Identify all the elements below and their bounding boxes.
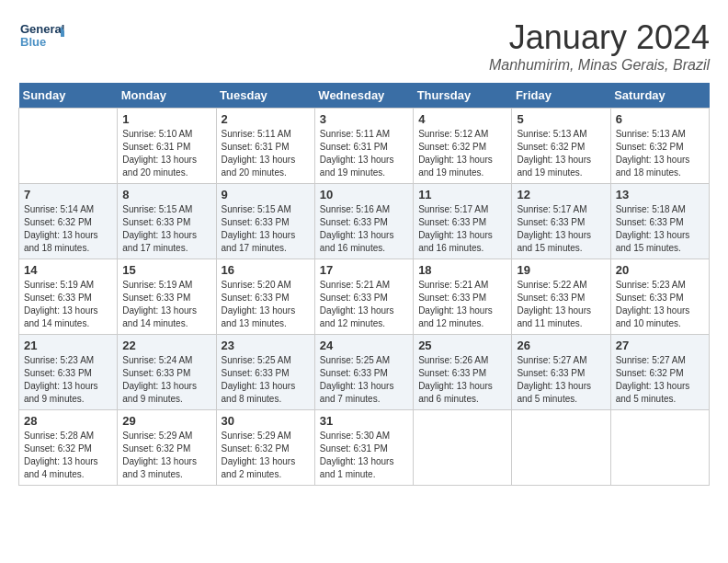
calendar-day-cell: 6Sunrise: 5:13 AM Sunset: 6:32 PM Daylig… <box>610 109 709 184</box>
day-info: Sunrise: 5:19 AM Sunset: 6:33 PM Dayligh… <box>24 279 112 330</box>
day-info: Sunrise: 5:28 AM Sunset: 6:32 PM Dayligh… <box>24 430 112 481</box>
svg-text:Blue: Blue <box>20 35 46 49</box>
day-info: Sunrise: 5:27 AM Sunset: 6:33 PM Dayligh… <box>517 354 605 406</box>
calendar-day-cell: 14Sunrise: 5:19 AM Sunset: 6:33 PM Dayli… <box>19 259 118 335</box>
day-number: 12 <box>517 188 605 201</box>
day-number: 9 <box>222 188 310 201</box>
day-number: 19 <box>517 263 605 277</box>
day-number: 11 <box>418 188 506 201</box>
calendar-day-cell: 1Sunrise: 5:10 AM Sunset: 6:31 PM Daylig… <box>118 109 216 184</box>
weekday-header: Saturday <box>610 83 709 109</box>
day-info: Sunrise: 5:17 AM Sunset: 6:33 PM Dayligh… <box>418 203 506 255</box>
day-number: 5 <box>517 112 605 126</box>
day-number: 29 <box>122 414 210 428</box>
calendar-day-cell: 12Sunrise: 5:17 AM Sunset: 6:33 PM Dayli… <box>512 184 610 259</box>
day-number: 14 <box>24 263 112 277</box>
weekday-header: Monday <box>118 83 216 109</box>
day-number: 31 <box>320 414 408 428</box>
calendar-day-cell: 17Sunrise: 5:21 AM Sunset: 6:33 PM Dayli… <box>314 259 413 335</box>
day-info: Sunrise: 5:25 AM Sunset: 6:33 PM Dayligh… <box>320 354 408 406</box>
day-number: 6 <box>616 112 704 126</box>
calendar-day-cell: 15Sunrise: 5:19 AM Sunset: 6:33 PM Dayli… <box>118 259 216 335</box>
calendar-day-cell <box>512 410 610 486</box>
weekday-header: Sunday <box>19 83 118 109</box>
day-info: Sunrise: 5:14 AM Sunset: 6:32 PM Dayligh… <box>24 203 112 255</box>
calendar-day-cell: 10Sunrise: 5:16 AM Sunset: 6:33 PM Dayli… <box>314 184 413 259</box>
day-info: Sunrise: 5:27 AM Sunset: 6:32 PM Dayligh… <box>616 354 704 406</box>
day-info: Sunrise: 5:23 AM Sunset: 6:33 PM Dayligh… <box>24 354 112 406</box>
day-info: Sunrise: 5:21 AM Sunset: 6:33 PM Dayligh… <box>418 279 506 330</box>
calendar-day-cell: 18Sunrise: 5:21 AM Sunset: 6:33 PM Dayli… <box>414 259 512 335</box>
calendar-day-cell <box>19 109 118 184</box>
day-number: 25 <box>418 339 506 352</box>
calendar-day-cell: 27Sunrise: 5:27 AM Sunset: 6:32 PM Dayli… <box>610 335 709 410</box>
day-info: Sunrise: 5:17 AM Sunset: 6:33 PM Dayligh… <box>517 203 605 255</box>
calendar-day-cell: 9Sunrise: 5:15 AM Sunset: 6:33 PM Daylig… <box>216 184 314 259</box>
calendar-day-cell: 25Sunrise: 5:26 AM Sunset: 6:33 PM Dayli… <box>414 335 512 410</box>
day-info: Sunrise: 5:26 AM Sunset: 6:33 PM Dayligh… <box>418 354 506 406</box>
title-block: January 2024 Manhumirim, Minas Gerais, B… <box>489 18 710 74</box>
day-info: Sunrise: 5:15 AM Sunset: 6:33 PM Dayligh… <box>122 203 210 255</box>
day-number: 8 <box>122 188 210 201</box>
calendar-day-cell: 29Sunrise: 5:29 AM Sunset: 6:32 PM Dayli… <box>118 410 216 486</box>
calendar-table: SundayMondayTuesdayWednesdayThursdayFrid… <box>18 83 710 486</box>
calendar-day-cell: 23Sunrise: 5:25 AM Sunset: 6:33 PM Dayli… <box>216 335 314 410</box>
weekday-header: Thursday <box>414 83 512 109</box>
day-info: Sunrise: 5:15 AM Sunset: 6:33 PM Dayligh… <box>222 203 310 255</box>
day-number: 17 <box>320 263 408 277</box>
day-number: 22 <box>122 339 210 352</box>
weekday-header: Wednesday <box>314 83 413 109</box>
day-number: 20 <box>616 263 704 277</box>
logo-svg: General Blue <box>18 18 64 55</box>
calendar-day-cell: 8Sunrise: 5:15 AM Sunset: 6:33 PM Daylig… <box>118 184 216 259</box>
calendar-week-row: 14Sunrise: 5:19 AM Sunset: 6:33 PM Dayli… <box>19 259 710 335</box>
day-number: 30 <box>222 414 310 428</box>
day-info: Sunrise: 5:18 AM Sunset: 6:33 PM Dayligh… <box>616 203 704 255</box>
day-number: 7 <box>24 188 112 201</box>
calendar-day-cell: 4Sunrise: 5:12 AM Sunset: 6:32 PM Daylig… <box>414 109 512 184</box>
month-title: January 2024 <box>489 18 710 57</box>
day-number: 24 <box>320 339 408 352</box>
day-info: Sunrise: 5:29 AM Sunset: 6:32 PM Dayligh… <box>122 430 210 481</box>
day-info: Sunrise: 5:30 AM Sunset: 6:31 PM Dayligh… <box>320 430 408 481</box>
calendar-week-row: 1Sunrise: 5:10 AM Sunset: 6:31 PM Daylig… <box>19 109 710 184</box>
day-info: Sunrise: 5:12 AM Sunset: 6:32 PM Dayligh… <box>418 128 506 179</box>
calendar-day-cell: 16Sunrise: 5:20 AM Sunset: 6:33 PM Dayli… <box>216 259 314 335</box>
calendar-day-cell: 22Sunrise: 5:24 AM Sunset: 6:33 PM Dayli… <box>118 335 216 410</box>
weekday-header: Tuesday <box>216 83 314 109</box>
day-number: 1 <box>122 112 210 126</box>
calendar-week-row: 21Sunrise: 5:23 AM Sunset: 6:33 PM Dayli… <box>19 335 710 410</box>
calendar-week-row: 7Sunrise: 5:14 AM Sunset: 6:32 PM Daylig… <box>19 184 710 259</box>
calendar-day-cell <box>414 410 512 486</box>
day-number: 2 <box>222 112 310 126</box>
weekday-header: Friday <box>512 83 610 109</box>
day-number: 23 <box>222 339 310 352</box>
day-info: Sunrise: 5:22 AM Sunset: 6:33 PM Dayligh… <box>517 279 605 330</box>
calendar-day-cell: 13Sunrise: 5:18 AM Sunset: 6:33 PM Dayli… <box>610 184 709 259</box>
day-number: 4 <box>418 112 506 126</box>
calendar-day-cell: 2Sunrise: 5:11 AM Sunset: 6:31 PM Daylig… <box>216 109 314 184</box>
logo: General Blue <box>18 18 64 55</box>
day-number: 16 <box>222 263 310 277</box>
calendar-day-cell: 11Sunrise: 5:17 AM Sunset: 6:33 PM Dayli… <box>414 184 512 259</box>
day-info: Sunrise: 5:29 AM Sunset: 6:32 PM Dayligh… <box>222 430 310 481</box>
day-number: 18 <box>418 263 506 277</box>
calendar-day-cell: 20Sunrise: 5:23 AM Sunset: 6:33 PM Dayli… <box>610 259 709 335</box>
day-number: 15 <box>122 263 210 277</box>
day-info: Sunrise: 5:23 AM Sunset: 6:33 PM Dayligh… <box>616 279 704 330</box>
location: Manhumirim, Minas Gerais, Brazil <box>489 57 710 74</box>
day-info: Sunrise: 5:11 AM Sunset: 6:31 PM Dayligh… <box>320 128 408 179</box>
calendar-week-row: 28Sunrise: 5:28 AM Sunset: 6:32 PM Dayli… <box>19 410 710 486</box>
day-number: 3 <box>320 112 408 126</box>
day-number: 26 <box>517 339 605 352</box>
day-number: 27 <box>616 339 704 352</box>
calendar-day-cell: 24Sunrise: 5:25 AM Sunset: 6:33 PM Dayli… <box>314 335 413 410</box>
calendar-day-cell: 26Sunrise: 5:27 AM Sunset: 6:33 PM Dayli… <box>512 335 610 410</box>
day-number: 21 <box>24 339 112 352</box>
calendar-day-cell: 28Sunrise: 5:28 AM Sunset: 6:32 PM Dayli… <box>19 410 118 486</box>
calendar-day-cell: 7Sunrise: 5:14 AM Sunset: 6:32 PM Daylig… <box>19 184 118 259</box>
day-info: Sunrise: 5:10 AM Sunset: 6:31 PM Dayligh… <box>122 128 210 179</box>
day-info: Sunrise: 5:20 AM Sunset: 6:33 PM Dayligh… <box>222 279 310 330</box>
day-info: Sunrise: 5:24 AM Sunset: 6:33 PM Dayligh… <box>122 354 210 406</box>
day-info: Sunrise: 5:16 AM Sunset: 6:33 PM Dayligh… <box>320 203 408 255</box>
